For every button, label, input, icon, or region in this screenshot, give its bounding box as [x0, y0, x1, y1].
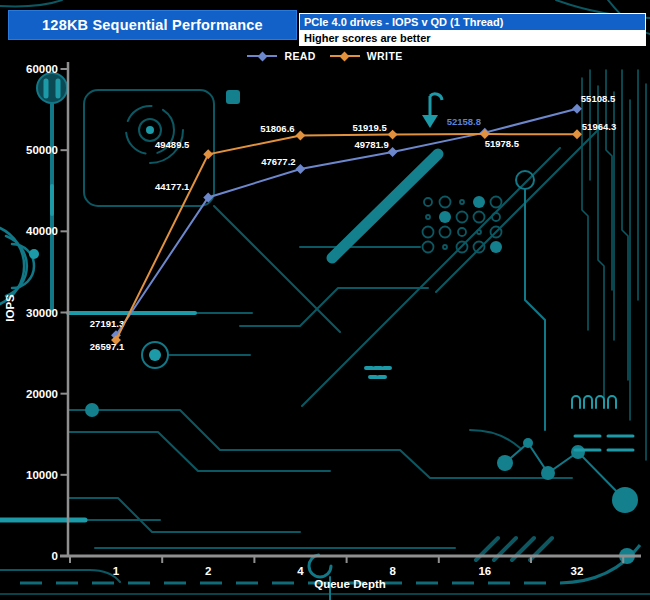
- x-category-label: 16: [478, 565, 491, 577]
- y-tick-label: 30000: [26, 307, 58, 319]
- data-point-marker: [203, 149, 213, 159]
- data-point-label: 52158.8: [447, 116, 481, 127]
- data-point-label: 51919.5: [352, 122, 387, 133]
- data-point-label: 51806.6: [260, 123, 294, 134]
- data-point-marker: [295, 164, 305, 174]
- line-chart: 0100002000030000400005000060000124816322…: [0, 0, 650, 600]
- data-point-label: 26597.1: [90, 341, 125, 352]
- x-category-label: 8: [389, 565, 396, 577]
- y-tick-label: 40000: [26, 225, 58, 237]
- x-category-label: 4: [297, 565, 304, 577]
- y-tick-label: 60000: [26, 63, 58, 75]
- data-point-label: 47677.2: [261, 156, 295, 167]
- data-point-label: 55108.5: [581, 93, 616, 104]
- x-category-label: 2: [205, 565, 211, 577]
- series-line-write: [116, 134, 577, 340]
- data-point-marker: [572, 129, 582, 139]
- data-point-label: 49489.5: [155, 139, 190, 150]
- data-point-label: 49781.9: [354, 139, 388, 150]
- x-axis-title: Queue Depth: [314, 578, 386, 590]
- data-point-label: 27191.3: [90, 318, 124, 329]
- y-tick-label: 50000: [26, 144, 58, 156]
- y-tick-label: 10000: [26, 469, 58, 481]
- data-point-marker: [388, 147, 398, 157]
- x-category-label: 1: [113, 565, 120, 577]
- axes: [60, 62, 641, 557]
- chart-page: 128KB Sequential Performance PCIe 4.0 dr…: [0, 0, 650, 600]
- data-point-label: 51978.5: [485, 138, 520, 149]
- y-tick-label: 20000: [26, 388, 58, 400]
- x-category-label: 32: [571, 565, 584, 577]
- data-point-marker: [388, 130, 398, 140]
- data-point-marker: [295, 131, 305, 141]
- data-point-label: 51964.3: [582, 121, 616, 132]
- y-tick-label: 0: [52, 550, 58, 562]
- data-point-label: 44177.1: [155, 181, 190, 192]
- data-point-marker: [572, 104, 582, 114]
- y-axis-title: IOPS: [4, 294, 16, 322]
